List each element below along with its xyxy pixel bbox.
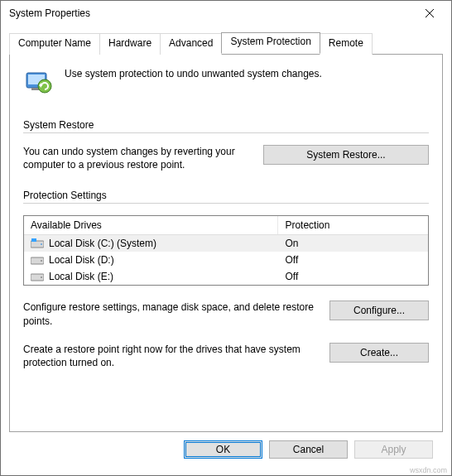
tab-panel: Use system protection to undo unwanted s… xyxy=(9,54,443,432)
drive-icon xyxy=(31,255,44,265)
drive-protection: Off xyxy=(278,269,428,284)
drive-protection: On xyxy=(278,236,428,251)
tab-hardware[interactable]: Hardware xyxy=(99,33,161,55)
col-header-drives[interactable]: Available Drives xyxy=(24,216,278,234)
system-restore-button[interactable]: System Restore... xyxy=(263,145,429,165)
table-header: Available Drives Protection xyxy=(24,216,428,235)
divider xyxy=(23,132,429,133)
tab-advanced[interactable]: Advanced xyxy=(160,33,222,55)
configure-button[interactable]: Configure... xyxy=(329,301,429,320)
drives-table: Available Drives Protection Local Disk (… xyxy=(23,215,429,286)
create-desc: Create a restore point right now for the… xyxy=(23,343,315,369)
svg-rect-8 xyxy=(31,238,36,242)
system-restore-group: System Restore You can undo system chang… xyxy=(23,119,429,171)
table-row[interactable]: Local Disk (C:) (System) On xyxy=(24,235,428,252)
apply-button: Apply xyxy=(354,440,433,459)
protection-settings-group: Protection Settings Available Drives Pro… xyxy=(23,190,429,369)
tab-remote[interactable]: Remote xyxy=(320,33,373,55)
svg-point-13 xyxy=(41,276,42,278)
close-icon xyxy=(426,9,434,17)
cancel-button[interactable]: Cancel xyxy=(269,440,348,459)
ok-button[interactable]: OK xyxy=(184,440,262,459)
drive-name: Local Disk (C:) (System) xyxy=(49,238,156,249)
tabstrip: Computer Name Hardware Advanced System P… xyxy=(9,32,443,54)
tab-computer-name[interactable]: Computer Name xyxy=(9,33,100,55)
tab-system-protection[interactable]: System Protection xyxy=(221,32,320,54)
system-restore-desc: You can undo system changes by reverting… xyxy=(23,145,248,171)
create-button[interactable]: Create... xyxy=(329,343,429,363)
intro-text: Use system protection to undo unwanted s… xyxy=(65,66,322,79)
drive-name: Local Disk (E:) xyxy=(49,271,113,282)
svg-point-11 xyxy=(41,260,42,262)
drive-icon xyxy=(31,272,44,281)
dialog-footer: OK Cancel Apply xyxy=(9,432,443,467)
drive-icon xyxy=(31,238,44,248)
table-row[interactable]: Local Disk (E:) Off xyxy=(24,268,428,285)
drive-protection: Off xyxy=(278,252,428,267)
system-restore-label: System Restore xyxy=(23,119,429,131)
system-properties-window: System Properties Computer Name Hardware… xyxy=(0,0,452,476)
titlebar: System Properties xyxy=(1,1,451,26)
configure-desc: Configure restore settings, manage disk … xyxy=(23,301,315,327)
close-button[interactable] xyxy=(411,2,448,25)
content-area: Computer Name Hardware Advanced System P… xyxy=(1,26,451,475)
protection-settings-label: Protection Settings xyxy=(23,190,429,201)
col-header-protection[interactable]: Protection xyxy=(278,216,428,234)
svg-point-9 xyxy=(41,243,42,245)
window-title: System Properties xyxy=(9,7,90,19)
drive-name: Local Disk (D:) xyxy=(49,254,114,266)
divider xyxy=(23,203,429,204)
intro-row: Use system protection to undo unwanted s… xyxy=(23,66,429,96)
system-protection-icon xyxy=(23,66,53,96)
table-row[interactable]: Local Disk (D:) Off xyxy=(24,252,428,268)
